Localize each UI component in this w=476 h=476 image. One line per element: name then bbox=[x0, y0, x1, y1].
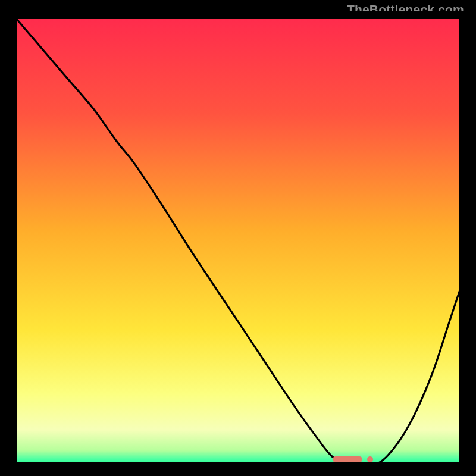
optimal-range-marker bbox=[333, 456, 362, 462]
optimal-range-dot bbox=[367, 456, 373, 462]
bottleneck-chart bbox=[13, 15, 463, 466]
chart-gradient-bg bbox=[13, 15, 463, 466]
